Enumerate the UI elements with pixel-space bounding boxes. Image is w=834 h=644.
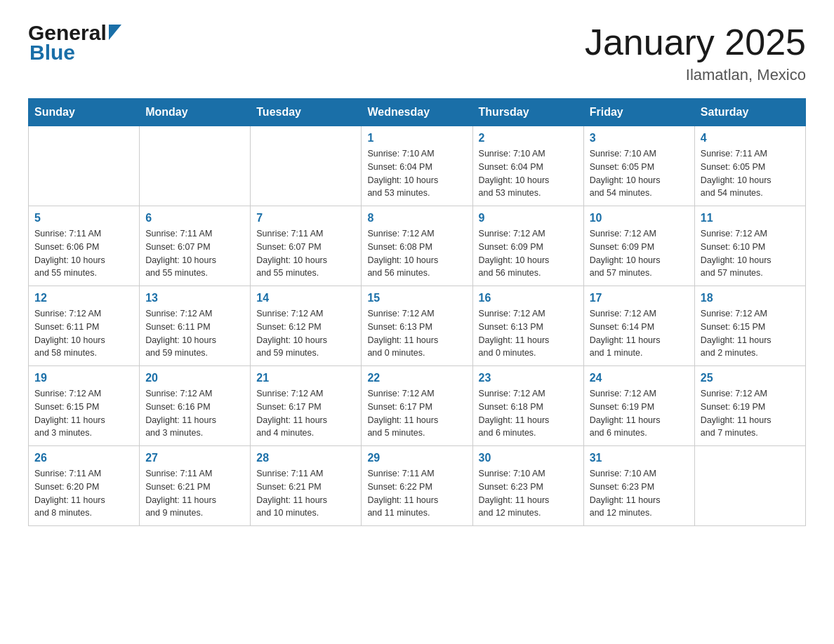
day-number: 9 — [479, 212, 578, 224]
day-number: 19 — [34, 372, 133, 384]
page-header: General Blue January 2025 Ilamatlan, Mex… — [28, 21, 806, 84]
calendar-cell: 29Sunrise: 7:11 AM Sunset: 6:22 PM Dayli… — [362, 446, 472, 526]
day-info: Sunrise: 7:12 AM Sunset: 6:12 PM Dayligh… — [256, 307, 355, 360]
day-info: Sunrise: 7:12 AM Sunset: 6:14 PM Dayligh… — [590, 307, 689, 360]
calendar-title: January 2025 — [585, 21, 806, 63]
day-info: Sunrise: 7:11 AM Sunset: 6:21 PM Dayligh… — [145, 467, 244, 520]
day-number: 7 — [256, 212, 355, 224]
day-info: Sunrise: 7:12 AM Sunset: 6:11 PM Dayligh… — [145, 307, 244, 360]
day-info: Sunrise: 7:11 AM Sunset: 6:07 PM Dayligh… — [145, 227, 244, 280]
day-info: Sunrise: 7:12 AM Sunset: 6:17 PM Dayligh… — [367, 387, 466, 440]
calendar-cell: 12Sunrise: 7:12 AM Sunset: 6:11 PM Dayli… — [29, 286, 140, 366]
day-number: 13 — [145, 292, 244, 304]
day-info: Sunrise: 7:12 AM Sunset: 6:08 PM Dayligh… — [367, 227, 466, 280]
calendar-cell: 1Sunrise: 7:10 AM Sunset: 6:04 PM Daylig… — [362, 126, 472, 206]
day-number: 20 — [145, 372, 244, 384]
day-info: Sunrise: 7:11 AM Sunset: 6:06 PM Dayligh… — [34, 227, 133, 280]
day-number: 3 — [590, 132, 689, 145]
day-info: Sunrise: 7:10 AM Sunset: 6:05 PM Dayligh… — [590, 147, 689, 200]
day-info: Sunrise: 7:12 AM Sunset: 6:16 PM Dayligh… — [145, 387, 244, 440]
calendar-cell: 30Sunrise: 7:10 AM Sunset: 6:23 PM Dayli… — [472, 446, 583, 526]
day-info: Sunrise: 7:12 AM Sunset: 6:11 PM Dayligh… — [34, 307, 133, 360]
logo-triangle-icon — [109, 25, 121, 43]
day-info: Sunrise: 7:12 AM Sunset: 6:19 PM Dayligh… — [590, 387, 689, 440]
day-info: Sunrise: 7:12 AM Sunset: 6:15 PM Dayligh… — [34, 387, 133, 440]
weekday-header: Sunday — [29, 99, 140, 126]
calendar-cell: 22Sunrise: 7:12 AM Sunset: 6:17 PM Dayli… — [362, 366, 472, 446]
day-info: Sunrise: 7:10 AM Sunset: 6:04 PM Dayligh… — [367, 147, 466, 200]
day-number: 30 — [479, 452, 578, 464]
day-info: Sunrise: 7:11 AM Sunset: 6:20 PM Dayligh… — [34, 467, 133, 520]
weekday-header: Saturday — [694, 99, 805, 126]
weekday-header: Tuesday — [251, 99, 362, 126]
weekday-header: Friday — [583, 99, 694, 126]
calendar-cell: 27Sunrise: 7:11 AM Sunset: 6:21 PM Dayli… — [140, 446, 251, 526]
calendar-cell: 24Sunrise: 7:12 AM Sunset: 6:19 PM Dayli… — [583, 366, 694, 446]
calendar-week-row: 19Sunrise: 7:12 AM Sunset: 6:15 PM Dayli… — [29, 366, 806, 446]
calendar-cell: 14Sunrise: 7:12 AM Sunset: 6:12 PM Dayli… — [251, 286, 362, 366]
day-number: 5 — [34, 212, 133, 224]
calendar-cell: 11Sunrise: 7:12 AM Sunset: 6:10 PM Dayli… — [694, 206, 805, 286]
calendar-cell: 25Sunrise: 7:12 AM Sunset: 6:19 PM Dayli… — [694, 366, 805, 446]
calendar-cell — [694, 446, 805, 526]
svg-marker-0 — [109, 25, 121, 40]
calendar-cell — [251, 126, 362, 206]
day-info: Sunrise: 7:12 AM Sunset: 6:13 PM Dayligh… — [479, 307, 578, 360]
day-number: 8 — [367, 212, 466, 224]
calendar-cell: 28Sunrise: 7:11 AM Sunset: 6:21 PM Dayli… — [251, 446, 362, 526]
weekday-header: Thursday — [472, 99, 583, 126]
day-number: 29 — [367, 452, 466, 464]
calendar-cell: 3Sunrise: 7:10 AM Sunset: 6:05 PM Daylig… — [583, 126, 694, 206]
day-info: Sunrise: 7:10 AM Sunset: 6:23 PM Dayligh… — [590, 467, 689, 520]
day-info: Sunrise: 7:12 AM Sunset: 6:17 PM Dayligh… — [256, 387, 355, 440]
day-info: Sunrise: 7:12 AM Sunset: 6:15 PM Dayligh… — [701, 307, 800, 360]
day-info: Sunrise: 7:12 AM Sunset: 6:09 PM Dayligh… — [479, 227, 578, 280]
calendar-cell: 8Sunrise: 7:12 AM Sunset: 6:08 PM Daylig… — [362, 206, 472, 286]
day-number: 17 — [590, 292, 689, 304]
day-number: 2 — [479, 132, 578, 145]
day-number: 10 — [590, 212, 689, 224]
calendar-cell: 7Sunrise: 7:11 AM Sunset: 6:07 PM Daylig… — [251, 206, 362, 286]
day-number: 15 — [367, 292, 466, 304]
day-info: Sunrise: 7:10 AM Sunset: 6:23 PM Dayligh… — [479, 467, 578, 520]
calendar-cell: 13Sunrise: 7:12 AM Sunset: 6:11 PM Dayli… — [140, 286, 251, 366]
calendar-cell: 26Sunrise: 7:11 AM Sunset: 6:20 PM Dayli… — [29, 446, 140, 526]
calendar-cell: 17Sunrise: 7:12 AM Sunset: 6:14 PM Dayli… — [583, 286, 694, 366]
day-number: 28 — [256, 452, 355, 464]
calendar-cell: 16Sunrise: 7:12 AM Sunset: 6:13 PM Dayli… — [472, 286, 583, 366]
day-info: Sunrise: 7:12 AM Sunset: 6:09 PM Dayligh… — [590, 227, 689, 280]
logo-blue-text: Blue — [29, 41, 75, 65]
day-number: 24 — [590, 372, 689, 384]
calendar-cell: 31Sunrise: 7:10 AM Sunset: 6:23 PM Dayli… — [583, 446, 694, 526]
day-info: Sunrise: 7:12 AM Sunset: 6:13 PM Dayligh… — [367, 307, 466, 360]
day-info: Sunrise: 7:11 AM Sunset: 6:22 PM Dayligh… — [367, 467, 466, 520]
logo: General Blue — [28, 21, 121, 65]
calendar-week-row: 26Sunrise: 7:11 AM Sunset: 6:20 PM Dayli… — [29, 446, 806, 526]
calendar-cell: 18Sunrise: 7:12 AM Sunset: 6:15 PM Dayli… — [694, 286, 805, 366]
calendar-week-row: 1Sunrise: 7:10 AM Sunset: 6:04 PM Daylig… — [29, 126, 806, 206]
day-number: 4 — [701, 132, 800, 145]
day-info: Sunrise: 7:11 AM Sunset: 6:05 PM Dayligh… — [701, 147, 800, 200]
day-info: Sunrise: 7:11 AM Sunset: 6:21 PM Dayligh… — [256, 467, 355, 520]
day-number: 14 — [256, 292, 355, 304]
calendar-table: SundayMondayTuesdayWednesdayThursdayFrid… — [28, 98, 806, 526]
calendar-cell: 4Sunrise: 7:11 AM Sunset: 6:05 PM Daylig… — [694, 126, 805, 206]
title-block: January 2025 Ilamatlan, Mexico — [585, 21, 806, 84]
calendar-cell: 20Sunrise: 7:12 AM Sunset: 6:16 PM Dayli… — [140, 366, 251, 446]
day-number: 16 — [479, 292, 578, 304]
calendar-week-row: 12Sunrise: 7:12 AM Sunset: 6:11 PM Dayli… — [29, 286, 806, 366]
day-number: 23 — [479, 372, 578, 384]
calendar-cell: 23Sunrise: 7:12 AM Sunset: 6:18 PM Dayli… — [472, 366, 583, 446]
day-number: 18 — [701, 292, 800, 304]
calendar-cell: 6Sunrise: 7:11 AM Sunset: 6:07 PM Daylig… — [140, 206, 251, 286]
weekday-row: SundayMondayTuesdayWednesdayThursdayFrid… — [29, 99, 806, 126]
weekday-header: Wednesday — [362, 99, 472, 126]
day-number: 22 — [367, 372, 466, 384]
calendar-cell: 10Sunrise: 7:12 AM Sunset: 6:09 PM Dayli… — [583, 206, 694, 286]
calendar-subtitle: Ilamatlan, Mexico — [585, 66, 806, 84]
day-number: 11 — [701, 212, 800, 224]
calendar-cell: 21Sunrise: 7:12 AM Sunset: 6:17 PM Dayli… — [251, 366, 362, 446]
calendar-cell — [140, 126, 251, 206]
day-number: 1 — [367, 132, 466, 145]
day-number: 12 — [34, 292, 133, 304]
